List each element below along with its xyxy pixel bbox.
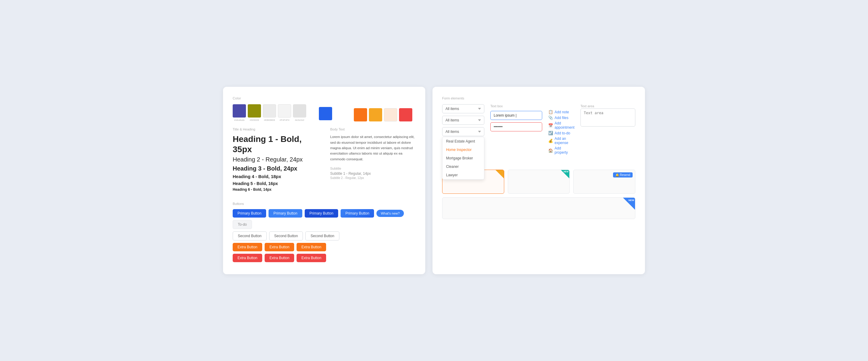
text-input-password[interactable] [490,122,542,131]
todo-btn[interactable]: To-do [233,220,252,229]
dropdown-1[interactable]: All items [442,104,484,113]
add-todo-text: Add to-do [555,131,570,135]
menu-item-1[interactable]: Real Estate Agent [442,137,484,145]
add-note-link[interactable]: 📋 Add note [548,110,575,114]
ribbon-orange [495,170,504,178]
add-files-text: Add files [555,116,568,120]
dropdown-3[interactable]: All items [442,127,484,136]
heading3: Heading 3 - Bold, 24px [233,165,318,172]
swatch-lighter-gray [278,104,291,118]
heading5: Heading 5 - Bold, 16px [233,181,318,186]
swatch-blue [319,107,332,120]
primary-btn-blue4[interactable]: Primary Button [341,209,374,218]
menu-item-2[interactable]: Home Inspector [442,145,484,154]
body-text-content: Lorem ipsum dolor sit amet, consectetur … [330,134,415,162]
add-appointment-link[interactable]: 📅 Add appointment [548,121,575,130]
buttons-label: Buttons [233,202,415,205]
heading1: Heading 1 - Bold, 35px [233,134,318,154]
swatch-label-2: #909009 [248,119,261,122]
extra-btn-red1[interactable]: Extra Button [233,254,262,262]
add-appointment-text: Add appointment [555,121,575,130]
typography-section: Title & Heading Heading 1 - Bold, 35px H… [233,128,318,193]
resend-badge[interactable]: 🔔 Resend [613,172,632,177]
extra-btn-red3[interactable]: Extra Button [297,254,326,262]
extra-btn-orange2[interactable]: Extra Button [265,243,294,251]
extra-btn-orange1[interactable]: Extra Button [233,243,262,251]
swatch-label-1: #4A4AAA [233,119,246,122]
swatch-label-5: #e2e2e2 [293,119,306,122]
subtitle-label: Subtitle [330,167,415,170]
subtitle1: Subtitle 1 - Regular, 14px [330,171,415,176]
swatch-peach [384,108,397,122]
body-text-label: Body Text [330,128,415,131]
add-property-link[interactable]: 🏠 Add property [548,146,575,155]
typography-label: Title & Heading [233,128,318,131]
text-inputs-col: Text box [490,104,542,131]
buttons-section: Buttons Primary Button Primary Button Pr… [233,202,415,262]
swatch-dark-blue [233,104,246,118]
body-text-section: Body Text Lorem ipsum dolor sit amet, co… [330,128,415,193]
swatch-orange [354,108,367,122]
extra-btn-red2[interactable]: Extra Button [265,254,294,262]
textarea-col: Text area [581,104,635,128]
add-todo-icon: ☑️ [548,131,553,135]
add-todo-link[interactable]: ☑️ Add to-do [548,131,575,135]
second-btn-3[interactable]: Second Button [305,231,339,240]
add-expense-text: Add an expense [555,136,575,145]
textarea-input[interactable] [581,108,635,127]
form-elements-section: Form elements All items All items All it… [442,96,635,155]
add-property-icon: 🏠 [548,148,553,153]
menu-item-4[interactable]: Cleaner [442,162,484,171]
primary-btn-blue2[interactable]: Primary Button [269,209,302,218]
dropdowns-col: All items All items All items Real Estat… [442,104,484,136]
add-expense-icon: 💰 [548,139,553,143]
add-note-icon: 📋 [548,110,553,114]
form-top-row: All items All items All items Real Estat… [442,104,635,155]
color-section: Color #4A4AAA #909009 #EBEBEB #F4F4F4 [233,96,415,122]
primary-btn-blue3[interactable]: Primary Button [305,209,338,218]
swatch-light-gray [263,104,276,118]
textarea-label: Text area [581,104,635,108]
subtitle2: Subtitle 2 - Regular, 12px [330,176,415,179]
extra-btn-orange3[interactable]: Extra Button [297,243,326,251]
swatch-amber [369,108,382,122]
primary-btn-blue1[interactable]: Primary Button [233,209,266,218]
left-panel: Color #4A4AAA #909009 #EBEBEB #F4F4F4 [223,87,425,274]
swatch-label-4: #F4F4F4 [278,119,291,122]
form-elements-label: Form elements [442,96,635,100]
dropdown-2[interactable]: All items [442,116,484,125]
add-appointment-icon: 📅 [548,123,553,128]
ribbon-corner-new: NEW [623,198,635,210]
dropdown-open-menu: Real Estate Agent Home Inspector Mortgag… [442,137,484,179]
ribbon-new-text: NEW [628,199,634,202]
add-expense-link[interactable]: 💰 Add an expense [548,136,575,145]
menu-item-3[interactable]: Mortgage Broker [442,154,484,162]
add-files-icon: 📎 [548,116,553,120]
swatch-label-3: #EBEBEB [263,119,276,122]
action-links: 📋 Add note 📎 Add files 📅 Add appointment [548,110,575,155]
second-btn-1[interactable]: Second Button [233,231,267,240]
textbox-label: Text box [490,104,542,108]
text-input-lorem[interactable] [490,111,542,120]
button-row-4: Extra Button Extra Button Extra Button [233,254,415,262]
menu-item-5[interactable]: Lawyer [442,171,484,179]
second-btn-2[interactable]: Second Button [269,231,303,240]
swatch-dark-gray [248,104,261,118]
heading2: Heading 2 - Regular, 24px [233,156,318,163]
content-row: Title & Heading Heading 1 - Bold, 35px H… [233,128,415,193]
whats-new-btn[interactable]: What's new? [376,210,404,217]
button-row-2: Second Button Second Button Second Butto… [233,231,415,240]
right-panel: Form elements All items All items All it… [433,87,645,274]
color-section-label: Color [233,96,415,100]
ui-card-wide: NEW [442,197,635,219]
add-property-text: Add property [555,146,575,155]
swatches-row: #4A4AAA #909009 #EBEBEB #F4F4F4 #e2e2e2 [233,104,415,122]
heading4: Heading 4 - Bold, 18px [233,173,318,179]
swatch-near-white [293,104,306,118]
main-container: Color #4A4AAA #909009 #EBEBEB #F4F4F4 [223,87,645,274]
ui-card-resend: 🔔 Resend [573,170,635,194]
button-row-1: Primary Button Primary Button Primary Bu… [233,209,415,229]
add-note-text: Add note [555,110,569,114]
add-files-link[interactable]: 📎 Add files [548,116,575,120]
button-row-3: Extra Button Extra Button Extra Button [233,243,415,251]
